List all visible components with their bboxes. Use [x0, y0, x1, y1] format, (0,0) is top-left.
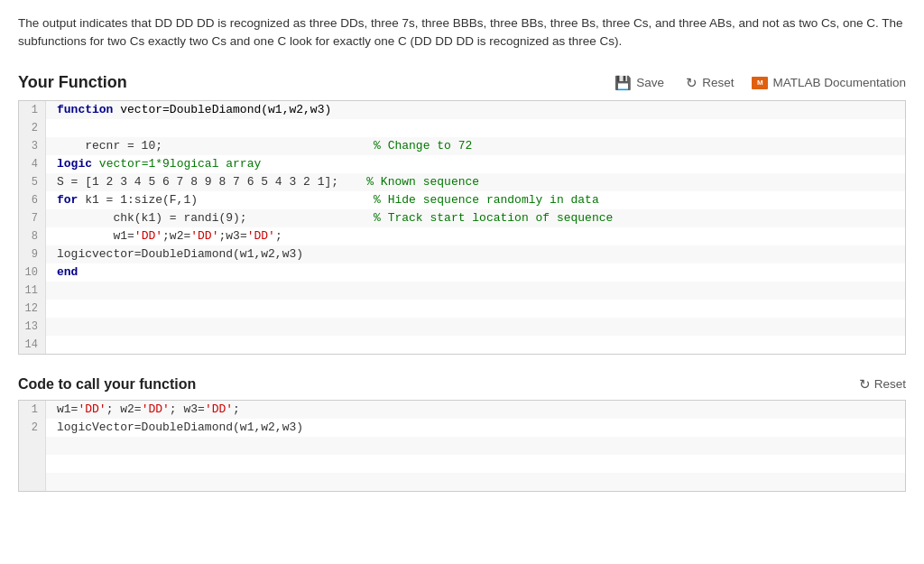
line-number: 1 — [19, 401, 46, 419]
table-row: 7 chk(k1) = randi(9); % Track start loca… — [19, 209, 905, 227]
line-content: w1='DD'; w2='DD'; w3='DD'; — [46, 401, 905, 419]
table-row: 10 end — [19, 264, 905, 282]
line-number: 14 — [19, 336, 46, 354]
table-row: 2 logicVector=DoubleDiamond(w1,w2,w3) — [19, 419, 905, 437]
line-number: 2 — [19, 419, 46, 437]
table-row: 12 — [19, 300, 905, 318]
line-content — [46, 318, 905, 336]
line-content: end — [46, 264, 905, 282]
table-row: 6 for k1 = 1:size(F,1) % Hide sequence r… — [19, 191, 905, 209]
save-label: Save — [636, 76, 664, 89]
line-content — [46, 336, 905, 354]
call-function-title: Code to call your function — [18, 376, 196, 393]
table-row: 11 — [19, 282, 905, 300]
line-number — [19, 455, 46, 473]
call-reset-icon: ↻ — [859, 376, 871, 393]
matlab-doc-label: MATLAB Documentation — [772, 76, 906, 89]
reset-icon: ↻ — [686, 75, 698, 91]
line-content: logic vector=1*9logical array — [46, 155, 905, 173]
line-content — [46, 119, 905, 137]
line-number: 12 — [19, 300, 46, 318]
your-function-title: Your Function — [18, 73, 127, 92]
your-function-header: Your Function 💾 Save ↻ Reset M MATLAB Do… — [18, 73, 906, 93]
description-text: The output indicates that DD DD DD is re… — [18, 14, 906, 51]
line-content — [46, 473, 905, 491]
line-number: 13 — [19, 318, 46, 336]
line-number: 7 — [19, 209, 46, 227]
line-content: S = [1 2 3 4 5 6 7 8 9 8 7 6 5 4 3 2 1];… — [46, 173, 905, 191]
line-content — [46, 437, 905, 455]
line-content — [46, 300, 905, 318]
line-number: 4 — [19, 155, 46, 173]
call-function-header: Code to call your function ↻ Reset — [18, 376, 906, 393]
table-row: 8 w1='DD';w2='DD';w3='DD'; — [19, 227, 905, 245]
reset-button[interactable]: ↻ Reset — [682, 73, 737, 93]
call-code-editor[interactable]: 1 w1='DD'; w2='DD'; w3='DD'; 2 logicVect… — [18, 400, 906, 492]
save-icon: 💾 — [614, 75, 632, 91]
table-row: 14 — [19, 336, 905, 354]
line-content: w1='DD';w2='DD';w3='DD'; — [46, 227, 905, 245]
line-content — [46, 282, 905, 300]
line-number — [19, 437, 46, 455]
table-row: 4 logic vector=1*9logical array — [19, 155, 905, 173]
line-content: logicvector=DoubleDiamond(w1,w2,w3) — [46, 245, 905, 264]
line-number: 6 — [19, 191, 46, 209]
table-row: 2 — [19, 119, 905, 137]
matlab-doc-button[interactable]: M MATLAB Documentation — [752, 76, 906, 89]
line-content: recnr = 10; % Change to 72 — [46, 137, 905, 155]
table-row — [19, 437, 905, 455]
header-actions: 💾 Save ↻ Reset M MATLAB Documentation — [611, 73, 906, 93]
line-content: for k1 = 1:size(F,1) % Hide sequence ran… — [46, 191, 905, 209]
table-row: 1 function vector=DoubleDiamond(w1,w2,w3… — [19, 101, 905, 119]
table-row: 13 — [19, 318, 905, 336]
table-row: 9 logicvector=DoubleDiamond(w1,w2,w3) — [19, 245, 905, 264]
call-reset-button[interactable]: ↻ Reset — [859, 376, 906, 393]
table-row — [19, 473, 905, 491]
line-number: 10 — [19, 264, 46, 282]
call-reset-label: Reset — [874, 377, 906, 391]
line-number: 11 — [19, 282, 46, 300]
line-number: 3 — [19, 137, 46, 155]
line-number: 2 — [19, 119, 46, 137]
line-content — [46, 455, 905, 473]
line-number: 1 — [19, 101, 46, 119]
table-row — [19, 455, 905, 473]
code-editor[interactable]: 1 function vector=DoubleDiamond(w1,w2,w3… — [18, 100, 906, 355]
table-row: 5 S = [1 2 3 4 5 6 7 8 9 8 7 6 5 4 3 2 1… — [19, 173, 905, 191]
save-button[interactable]: 💾 Save — [611, 73, 668, 93]
line-content: logicVector=DoubleDiamond(w1,w2,w3) — [46, 419, 905, 437]
line-number: 5 — [19, 173, 46, 191]
line-number — [19, 473, 46, 491]
table-row: 3 recnr = 10; % Change to 72 — [19, 137, 905, 155]
line-content: chk(k1) = randi(9); % Track start locati… — [46, 209, 905, 227]
line-number: 9 — [19, 245, 46, 264]
line-content: function vector=DoubleDiamond(w1,w2,w3) — [46, 101, 905, 119]
table-row: 1 w1='DD'; w2='DD'; w3='DD'; — [19, 401, 905, 419]
reset-label: Reset — [702, 76, 734, 89]
line-number: 8 — [19, 227, 46, 245]
matlab-icon: M — [752, 77, 768, 89]
